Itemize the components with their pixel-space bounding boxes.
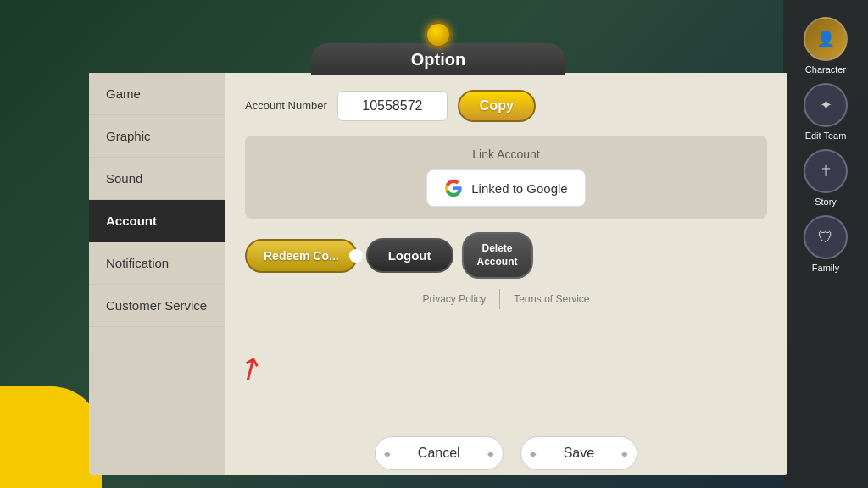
character-label: Character (805, 64, 846, 75)
sidebar-item-graphic[interactable]: Graphic (89, 115, 225, 158)
sidebar-item-edit-team[interactable]: ✦ Edit Team (804, 83, 848, 141)
sidebar-item-sound[interactable]: Sound (89, 158, 225, 200)
content-wrapper: Account Number 10558572 Copy Link Accoun… (225, 73, 787, 475)
bottom-buttons: Cancel Save (225, 426, 787, 475)
terms-of-service-link[interactable]: Terms of Service (514, 293, 589, 305)
links-divider (499, 289, 500, 309)
header-gem-icon (425, 21, 452, 48)
account-content: Account Number 10558572 Copy Link Accoun… (225, 73, 787, 426)
sidebar-item-notification[interactable]: Notification (89, 242, 225, 285)
google-link-label: Linked to Google (471, 181, 567, 196)
right-panel: 👤 Character ✦ Edit Team ✝ Story 🛡 Family (783, 0, 868, 488)
link-account-title: Link Account (262, 147, 750, 161)
family-label: Family (812, 263, 839, 273)
sidebar-item-family[interactable]: 🛡 Family (804, 215, 848, 273)
delete-account-button[interactable]: Delete Account (462, 232, 533, 279)
dialog-main: Game Graphic Sound Account Notification … (89, 73, 787, 475)
character-icon: 👤 (804, 17, 848, 61)
action-buttons: Redeem Co... Logout Delete Account (245, 232, 767, 279)
account-number-label: Account Number (245, 99, 327, 113)
sidebar-item-game[interactable]: Game (89, 73, 225, 115)
links-row: Privacy Policy Terms of Service (245, 289, 767, 309)
account-number-value: 10558572 (337, 91, 448, 121)
cancel-button[interactable]: Cancel (375, 436, 504, 470)
sidebar-item-customer-service[interactable]: Customer Service (89, 285, 225, 327)
sidebar-item-account[interactable]: Account (89, 200, 225, 242)
story-icon: ✝ (804, 149, 848, 193)
sidebar-item-character[interactable]: 👤 Character (804, 17, 848, 75)
google-icon (444, 179, 463, 197)
edit-team-icon: ✦ (804, 83, 848, 127)
edit-team-label: Edit Team (805, 130, 847, 141)
google-link-button[interactable]: Linked to Google (426, 169, 585, 207)
save-button[interactable]: Save (520, 436, 637, 470)
story-label: Story (815, 197, 837, 207)
copy-button[interactable]: Copy (458, 90, 536, 122)
sidebar-item-story[interactable]: ✝ Story (804, 149, 848, 207)
sidebar: Game Graphic Sound Account Notification … (89, 73, 225, 475)
link-account-section: Link Account Linked to Google (245, 136, 767, 219)
yellow-corner-decoration (0, 386, 102, 488)
account-number-row: Account Number 10558572 Copy (245, 90, 767, 122)
dialog-header: Option (89, 21, 787, 75)
redeem-button[interactable]: Redeem Co... (245, 239, 358, 273)
family-icon: 🛡 (804, 215, 848, 259)
privacy-policy-link[interactable]: Privacy Policy (422, 293, 486, 305)
logout-button[interactable]: Logout (366, 238, 453, 273)
options-dialog: Option Game Graphic Sound Account Notifi… (89, 21, 787, 475)
